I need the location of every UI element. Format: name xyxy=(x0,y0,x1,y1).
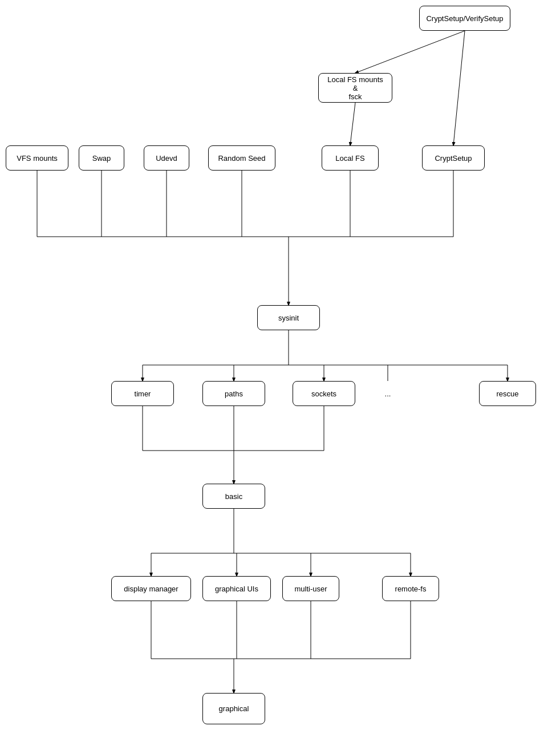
svg-line-0 xyxy=(453,31,465,145)
node-graphical-uis: graphical UIs xyxy=(202,576,271,601)
svg-line-1 xyxy=(350,103,355,145)
diagram: CryptSetup/VerifySetup Local FS mounts &… xyxy=(0,0,560,742)
svg-line-2 xyxy=(355,31,465,73)
node-swap: Swap xyxy=(79,145,124,171)
node-basic: basic xyxy=(202,484,265,509)
node-timer: timer xyxy=(111,381,174,406)
node-rescue: rescue xyxy=(479,381,536,406)
node-vfs-mounts: VFS mounts xyxy=(6,145,68,171)
node-remote-fs: remote-fs xyxy=(382,576,439,601)
node-cryptsetup-verify: CryptSetup/VerifySetup xyxy=(419,6,510,31)
node-multi-user: multi-user xyxy=(282,576,339,601)
node-udevd: Udevd xyxy=(144,145,189,171)
node-cryptsetup: CryptSetup xyxy=(422,145,485,171)
node-local-fs-mounts-fsck: Local FS mounts & fsck xyxy=(318,73,392,103)
node-local-fs: Local FS xyxy=(322,145,379,171)
node-random-seed: Random Seed xyxy=(208,145,275,171)
connection-lines xyxy=(0,0,560,742)
node-sysinit: sysinit xyxy=(257,305,320,330)
node-paths: paths xyxy=(202,381,265,406)
node-graphical: graphical xyxy=(202,693,265,724)
node-sockets: sockets xyxy=(293,381,355,406)
node-ellipsis: ... xyxy=(371,381,405,406)
node-display-manager: display manager xyxy=(111,576,191,601)
